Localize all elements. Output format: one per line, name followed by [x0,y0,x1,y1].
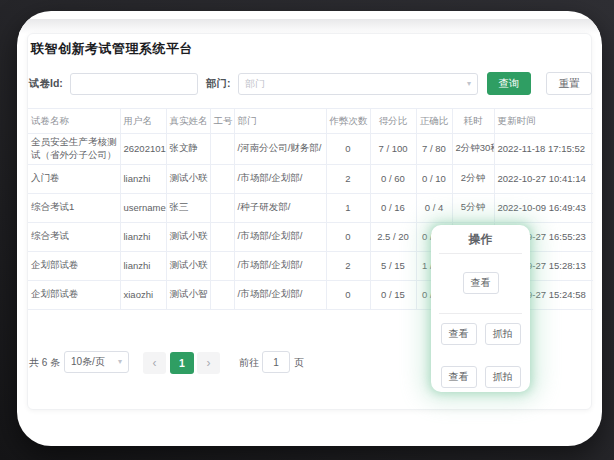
column-header: 正确比 [416,109,452,134]
cell-time: 2分钟 [452,164,494,193]
table-row: 全员安全生产考核测试（省外分子公司）26202101张文静/河南分公司/财务部/… [28,134,593,165]
page-size-select[interactable]: 10条/页 ▾ [64,351,129,373]
column-header: 工号 [210,109,234,134]
cell-cheats: 0 [326,280,370,309]
column-header: 更新时间 [494,109,593,134]
cell-updated: 2022-10-09 16:49:43 [494,193,593,222]
capture-button[interactable]: 抓拍 [485,366,521,388]
cell-dept: /市场部/企划部/ [234,280,326,309]
cell-job_no [210,164,234,193]
column-header: 试卷名称 [28,109,120,134]
cell-username: lianzhi [120,164,166,193]
cell-name: 入门卷 [28,164,120,193]
cell-dept: /市场部/企划部/ [234,251,326,280]
column-header: 得分比 [370,109,416,134]
prev-page-button[interactable]: ‹ [143,352,166,374]
cell-username: lianzhi [120,251,166,280]
page-size-value: 10条/页 [71,355,105,369]
cell-score: 0 / 15 [370,280,416,309]
next-page-button[interactable]: › [197,352,220,374]
divider [439,253,522,254]
column-header: 耗时 [452,109,494,134]
cell-name: 综合考试1 [28,193,120,222]
cell-realname: 测试小联 [166,251,210,280]
reset-button[interactable]: 重置 [546,72,592,95]
table-header-row: 试卷名称用户名真实姓名工号部门作弊次数得分比正确比耗时更新时间 [28,109,593,134]
cell-dept: /河南分公司/财务部/ [234,134,326,165]
cell-name: 企划部试卷 [28,280,120,309]
divider [439,313,522,314]
actions-popup: 操作 查看查看抓拍查看抓拍 [431,225,530,392]
column-header: 作弊次数 [326,109,370,134]
cell-dept: /种子研发部/ [234,193,326,222]
cell-score: 7 / 100 [370,134,416,165]
goto-label: 前往 [239,356,259,370]
view-button[interactable]: 查看 [441,323,477,345]
column-header: 部门 [234,109,326,134]
cell-realname: 测试小联 [166,164,210,193]
cell-realname: 测试小联 [166,222,210,251]
chevron-down-icon: ▾ [118,358,122,366]
cell-username: lianzhi [120,222,166,251]
cell-username: username [120,193,166,222]
cell-job_no [210,222,234,251]
cell-name: 企划部试卷 [28,251,120,280]
view-button[interactable]: 查看 [441,366,477,388]
cell-score: 2.5 / 20 [370,222,416,251]
cell-time: 5分钟 [452,193,494,222]
exam-id-label: 试卷Id: [29,77,63,91]
cell-cheats: 1 [326,193,370,222]
cell-name: 综合考试 [28,222,120,251]
dept-label: 部门: [206,77,231,91]
cell-time: 2分钟30秒 [452,134,494,165]
dept-select-placeholder: 部门 [245,77,265,91]
cell-updated: 2022-10-27 10:41:14 [494,164,593,193]
cell-job_no [210,134,234,165]
dept-select[interactable]: 部门 ▾ [238,73,478,95]
desktop-background: 联智创新考试管理系统平台 试卷Id: 部门: 部门 ▾ 查询 重置 试卷名称用户… [0,0,614,460]
popup-action-row: 查看抓拍 [431,366,530,388]
exam-id-input[interactable] [70,73,198,95]
page-title: 联智创新考试管理系统平台 [31,40,193,58]
table-row: 入门卷lianzhi测试小联/市场部/企划部/20 / 600 / 102分钟2… [28,164,593,193]
cell-correct: 7 / 80 [416,134,452,165]
cell-score: 0 / 60 [370,164,416,193]
cell-username: 26202101 [120,134,166,165]
cell-cheats: 0 [326,134,370,165]
cell-job_no [210,193,234,222]
table-row: 综合考试1username张三/种子研发部/10 / 160 / 45分钟202… [28,193,593,222]
popup-action-row: 查看抓拍 [431,323,530,345]
cell-dept: /市场部/企划部/ [234,164,326,193]
cell-realname: 张文静 [166,134,210,165]
cell-correct: 0 / 4 [416,193,452,222]
view-button[interactable]: 查看 [463,272,499,294]
cell-name: 全员安全生产考核测试（省外分子公司） [28,134,120,165]
chevron-down-icon: ▾ [467,80,471,88]
cell-updated: 2022-11-18 17:15:52 [494,134,593,165]
cell-cheats: 2 [326,251,370,280]
goto-page-input[interactable] [262,351,290,373]
cell-job_no [210,251,234,280]
search-button[interactable]: 查询 [487,72,531,95]
capture-button[interactable]: 抓拍 [485,323,521,345]
popup-action-row: 查看 [431,272,530,294]
cell-correct: 0 / 10 [416,164,452,193]
total-count: 共 6 条 [29,356,60,370]
cell-score: 0 / 16 [370,193,416,222]
cell-score: 5 / 15 [370,251,416,280]
column-header: 用户名 [120,109,166,134]
cell-cheats: 0 [326,222,370,251]
column-header: 真实姓名 [166,109,210,134]
cell-username: xiaozhi [120,280,166,309]
cell-job_no [210,280,234,309]
window-top-band [17,19,602,34]
cell-dept: /市场部/企划部/ [234,222,326,251]
actions-popup-title: 操作 [431,232,530,246]
page-unit-label: 页 [294,356,304,370]
cell-cheats: 2 [326,164,370,193]
page-number-button[interactable]: 1 [170,352,194,374]
cell-realname: 测试小智 [166,280,210,309]
cell-realname: 张三 [166,193,210,222]
